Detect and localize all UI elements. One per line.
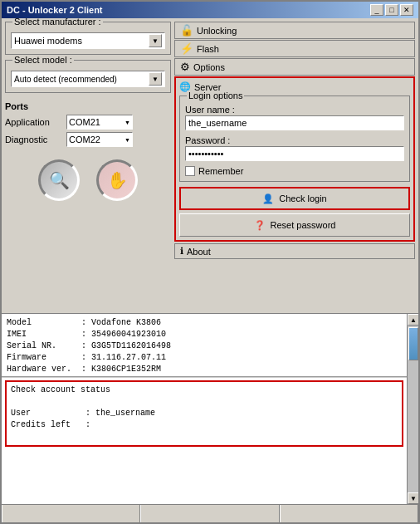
dropdown-icon: ▼	[152, 37, 159, 45]
model-value: Auto detect (recommended)	[14, 75, 117, 84]
remember-row: Remember	[185, 166, 404, 176]
server-section: 🌐 Server Login options User name : Passw…	[174, 76, 415, 242]
username-input[interactable]	[185, 115, 404, 130]
password-label: Password :	[185, 135, 404, 145]
model-group: Select model : Auto detect (recommended)…	[5, 60, 171, 93]
action-buttons: 🔍 ✋	[5, 159, 171, 201]
options-tab[interactable]: ⚙ Options	[174, 58, 415, 76]
log-separator	[2, 377, 407, 378]
manufacturer-group: Select manufacturer : Huawei modems ▼	[5, 22, 171, 55]
main-window: DC - Unlocker 2 Client _ □ ✕ Select manu…	[0, 0, 420, 524]
model-select[interactable]: Auto detect (recommended) ▼	[11, 71, 165, 87]
login-options-title: Login options	[187, 91, 244, 100]
application-label: Application	[5, 117, 63, 127]
dropdown-icon2: ▼	[152, 76, 159, 83]
diagnostic-port-row: Diagnostic COM22 ▼	[5, 132, 171, 147]
reset-password-label: Reset password	[271, 220, 336, 230]
unlocking-icon: 🔓	[180, 24, 193, 37]
status-bar	[2, 504, 418, 522]
search-button[interactable]: 🔍	[38, 159, 80, 201]
manufacturer-dropdown-arrow[interactable]: ▼	[149, 34, 162, 47]
password-input[interactable]	[185, 146, 404, 161]
flash-label: Flash	[197, 44, 219, 54]
ports-section: Ports Application COM21 ▼ Diagnostic COM…	[5, 101, 171, 149]
check-login-user-icon: 👤	[262, 193, 274, 204]
scroll-thumb[interactable]	[408, 327, 418, 360]
diagnostic-dropdown-arrow: ▼	[125, 137, 130, 143]
diagnostic-port-select[interactable]: COM22 ▼	[66, 132, 133, 147]
status-pane-3	[280, 505, 418, 522]
username-row: User name :	[185, 105, 404, 130]
bottom-area: Model : Vodafone K3806 IMEI : 3549600419…	[2, 313, 418, 504]
scroll-down-button[interactable]: ▼	[408, 492, 418, 504]
reset-password-icon: ❓	[254, 220, 266, 231]
diagnostic-port-value: COM22	[69, 135, 100, 144]
remember-checkbox[interactable]	[185, 166, 195, 176]
options-label: Options	[193, 62, 225, 72]
log-content-area: Model : Vodafone K3806 IMEI : 3549600419…	[2, 314, 407, 504]
unlocking-label: Unlocking	[197, 26, 237, 36]
right-panel: 🔓 Unlocking ⚡ Flash ⚙ Options	[174, 22, 415, 310]
v-scrollbar: ▲ ▼	[407, 314, 418, 504]
scroll-up-button[interactable]: ▲	[408, 314, 418, 326]
stop-icon: ✋	[107, 170, 128, 190]
remember-label: Remember	[198, 166, 243, 176]
log-upper: Model : Vodafone K3806 IMEI : 3549600419…	[2, 314, 407, 377]
search-icon: 🔍	[49, 170, 70, 190]
window-title: DC - Unlocker 2 Client	[7, 5, 103, 15]
check-login-label: Check login	[279, 193, 326, 203]
about-tab[interactable]: ℹ About	[174, 243, 415, 259]
log-lower: Check account status User : the_username…	[5, 380, 403, 447]
main-content: Select manufacturer : Huawei modems ▼ Se…	[2, 18, 418, 313]
left-panel: Select manufacturer : Huawei modems ▼ Se…	[5, 22, 171, 310]
model-dropdown-arrow[interactable]: ▼	[149, 72, 162, 86]
log-padding	[2, 449, 407, 505]
manufacturer-value: Huawei modems	[14, 36, 82, 46]
diagnostic-label: Diagnostic	[5, 135, 63, 144]
log-upper-text: Model : Vodafone K3806 IMEI : 3549600419…	[7, 317, 402, 377]
status-pane-2	[140, 505, 279, 522]
title-bar: DC - Unlocker 2 Client _ □ ✕	[2, 2, 418, 18]
about-label: About	[187, 247, 211, 257]
ports-title: Ports	[5, 101, 171, 111]
maximize-button[interactable]: □	[385, 4, 398, 16]
manufacturer-group-title: Select manufacturer :	[12, 18, 103, 27]
minimize-button[interactable]: _	[370, 4, 383, 16]
username-label: User name :	[185, 105, 404, 115]
flash-tab[interactable]: ⚡ Flash	[174, 40, 415, 57]
unlocking-tab[interactable]: 🔓 Unlocking	[174, 22, 415, 39]
log-lower-text: Check account status User : the_username…	[11, 384, 398, 431]
about-icon: ℹ	[180, 246, 183, 257]
model-group-title: Select model :	[12, 55, 74, 65]
flash-tab-header[interactable]: ⚡ Flash	[175, 41, 414, 56]
flash-icon: ⚡	[180, 42, 193, 55]
check-login-button[interactable]: 👤 Check login	[179, 187, 410, 210]
options-icon: ⚙	[180, 61, 190, 73]
unlocking-tab-header[interactable]: 🔓 Unlocking	[175, 22, 414, 38]
reset-password-button[interactable]: ❓ Reset password	[179, 213, 410, 237]
scroll-track	[408, 326, 418, 492]
window-controls: _ □ ✕	[370, 4, 413, 16]
application-port-row: Application COM21 ▼	[5, 115, 171, 130]
manufacturer-select[interactable]: Huawei modems ▼	[11, 32, 165, 49]
close-button[interactable]: ✕	[400, 4, 413, 16]
application-port-select[interactable]: COM21 ▼	[66, 115, 133, 130]
options-tab-header[interactable]: ⚙ Options	[175, 59, 414, 75]
application-dropdown-arrow: ▼	[125, 120, 130, 125]
status-pane-1	[2, 505, 140, 522]
password-row: Password :	[185, 135, 404, 161]
application-port-value: COM21	[69, 117, 100, 127]
login-options-group: Login options User name : Password : Rem…	[179, 95, 410, 182]
stop-button[interactable]: ✋	[96, 159, 138, 201]
